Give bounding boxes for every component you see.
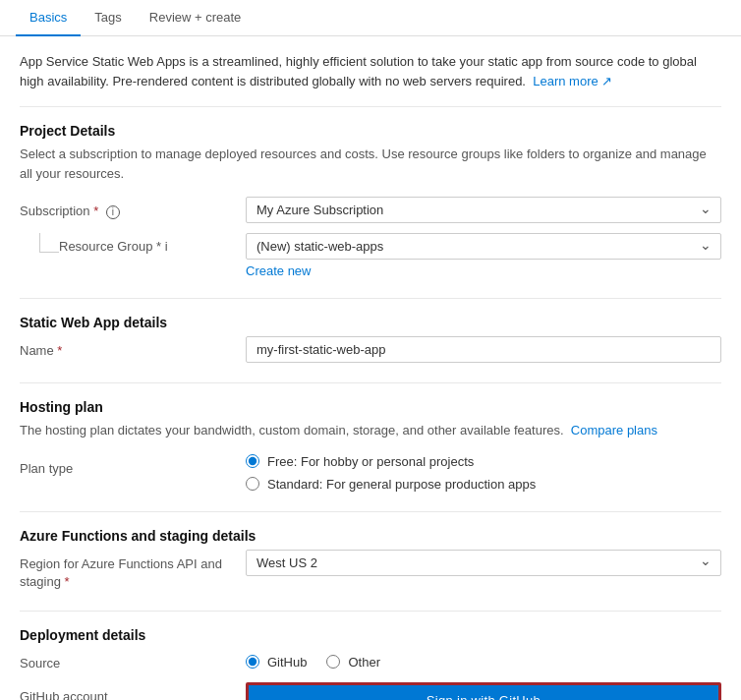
name-input[interactable] — [246, 336, 721, 363]
plan-free-option[interactable]: Free: For hobby or personal projects — [246, 454, 721, 469]
plan-type-row: Plan type Free: For hobby or personal pr… — [20, 454, 721, 492]
source-other-radio[interactable] — [326, 655, 340, 669]
main-content: App Service Static Web Apps is a streaml… — [0, 36, 741, 700]
source-other-option[interactable]: Other — [326, 655, 380, 670]
plan-type-radio-group: Free: For hobby or personal projects Sta… — [246, 454, 721, 492]
plan-free-radio[interactable] — [246, 454, 259, 468]
plan-standard-radio[interactable] — [246, 477, 259, 491]
rg-select-wrapper: (New) static-web-apps — [246, 233, 721, 260]
rg-info-icon[interactable]: i — [165, 239, 168, 254]
divider-5 — [20, 611, 721, 612]
subscription-info-icon[interactable]: i — [106, 205, 120, 219]
plan-free-label: Free: For hobby or personal projects — [267, 454, 474, 469]
github-account-label: GitHub account — [20, 682, 246, 700]
divider-2 — [20, 298, 721, 299]
plan-standard-option[interactable]: Standard: For general purpose production… — [246, 477, 721, 492]
deployment-section: Deployment details Source GitHub Other — [20, 627, 721, 700]
static-web-app-section: Static Web App details Name * — [20, 315, 721, 363]
region-label: Region for Azure Functions API and stagi… — [20, 550, 246, 591]
subscription-label: Subscription * i — [20, 197, 246, 220]
rg-connector — [39, 233, 59, 253]
resource-group-control: (New) static-web-apps Create new — [246, 233, 721, 278]
plan-type-control: Free: For hobby or personal projects Sta… — [246, 454, 721, 492]
source-github-radio[interactable] — [246, 655, 259, 669]
github-account-control: Sign in with GitHub — [246, 682, 721, 700]
region-row: Region for Azure Functions API and stagi… — [20, 550, 721, 591]
tab-basics[interactable]: Basics — [16, 0, 81, 36]
source-radio-group: GitHub Other — [246, 649, 721, 670]
subscription-row: Subscription * i My Azure Subscription — [20, 197, 721, 223]
resource-group-row: Resource Group * i (New) static-web-apps… — [20, 233, 721, 278]
hosting-plan-description: The hosting plan dictates your bandwidth… — [20, 421, 721, 440]
intro-paragraph: App Service Static Web Apps is a streaml… — [20, 52, 721, 90]
external-link-icon: ↗ — [601, 74, 612, 88]
static-web-app-title: Static Web App details — [20, 315, 721, 330]
tab-tags[interactable]: Tags — [81, 0, 135, 36]
deployment-title: Deployment details — [20, 627, 721, 643]
learn-more-link[interactable]: Learn more ↗ — [533, 74, 612, 88]
name-required: * — [57, 343, 62, 358]
name-row: Name * — [20, 336, 721, 363]
region-select-wrapper: West US 2 East US West Europe — [246, 550, 721, 576]
source-other-label: Other — [348, 655, 380, 670]
tabs-container: Basics Tags Review + create — [0, 0, 741, 36]
source-github-label: GitHub — [267, 655, 307, 670]
region-required: * — [65, 574, 70, 589]
name-label: Name * — [20, 336, 246, 360]
azure-functions-title: Azure Functions and staging details — [20, 528, 721, 544]
project-details-section: Project Details Select a subscription to… — [20, 123, 721, 278]
source-row: Source GitHub Other — [20, 649, 721, 672]
hosting-plan-title: Hosting plan — [20, 399, 721, 415]
plan-type-label: Plan type — [20, 454, 246, 478]
hosting-plan-section: Hosting plan The hosting plan dictates y… — [20, 399, 721, 492]
create-new-link[interactable]: Create new — [246, 263, 311, 278]
divider-4 — [20, 511, 721, 512]
divider-1 — [20, 106, 721, 107]
subscription-control: My Azure Subscription — [246, 197, 721, 223]
subscription-select[interactable]: My Azure Subscription — [246, 197, 721, 223]
source-github-option[interactable]: GitHub — [246, 655, 307, 670]
divider-3 — [20, 382, 721, 383]
subscription-required: * — [93, 204, 98, 218]
resource-group-label: Resource Group * i — [59, 233, 168, 254]
rg-indent: Resource Group * i — [20, 233, 246, 254]
source-label: Source — [20, 649, 246, 672]
project-details-description: Select a subscription to manage deployed… — [20, 145, 721, 183]
azure-functions-section: Azure Functions and staging details Regi… — [20, 528, 721, 591]
name-control — [246, 336, 721, 363]
subscription-select-wrapper: My Azure Subscription — [246, 197, 721, 223]
project-details-title: Project Details — [20, 123, 721, 139]
compare-plans-link[interactable]: Compare plans — [571, 423, 657, 438]
resource-group-select[interactable]: (New) static-web-apps — [246, 233, 721, 260]
region-control: West US 2 East US West Europe — [246, 550, 721, 576]
rg-required: * — [156, 239, 161, 254]
source-control: GitHub Other — [246, 649, 721, 670]
region-select[interactable]: West US 2 East US West Europe — [246, 550, 721, 576]
tab-review-create[interactable]: Review + create — [136, 0, 256, 36]
plan-standard-label: Standard: For general purpose production… — [267, 477, 536, 492]
github-account-row: GitHub account Sign in with GitHub — [20, 682, 721, 700]
signin-github-button[interactable]: Sign in with GitHub — [246, 682, 721, 700]
